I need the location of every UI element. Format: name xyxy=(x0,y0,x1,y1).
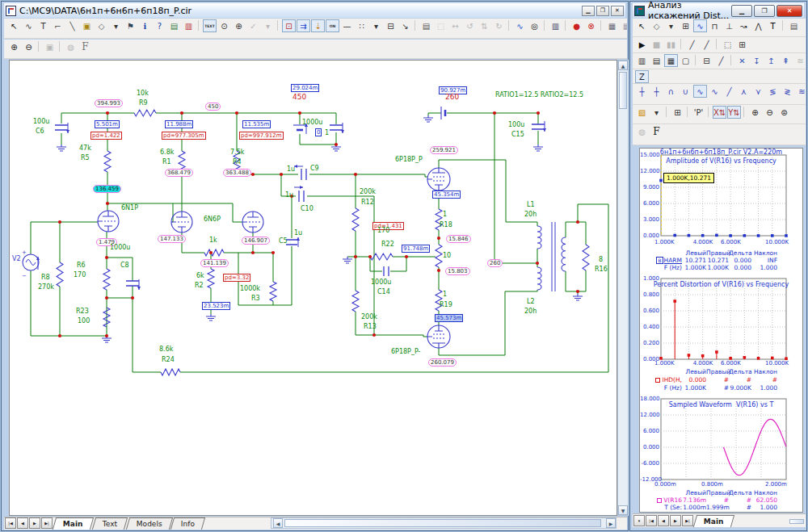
zoom-out[interactable]: ⊖ xyxy=(22,40,36,53)
run-button[interactable]: ▶ xyxy=(635,38,649,51)
envelope-icon[interactable]: ≋ xyxy=(795,85,806,98)
condition-display[interactable]: ON xyxy=(326,19,339,32)
cursor-left-icon[interactable]: ┼ xyxy=(635,85,649,98)
component-tool[interactable]: ▣ xyxy=(80,19,94,32)
cursor-mode[interactable]: ⋀ xyxy=(751,19,765,32)
zoom-box-mode[interactable]: ⊓ xyxy=(708,19,722,32)
tag-high-icon[interactable]: ↥ xyxy=(764,54,778,67)
grid-display[interactable]: ∷ xyxy=(355,19,368,32)
wave-cursor-icon[interactable]: ∿ xyxy=(693,85,707,98)
tab-main[interactable]: Main xyxy=(693,515,734,527)
tab-scroll-button[interactable]: ◀ xyxy=(17,517,28,529)
layer-front-icon[interactable]: ▦ xyxy=(605,19,619,32)
panel-vertical-icon[interactable]: ▥ xyxy=(635,54,649,67)
tab-scroll-button[interactable]: ▶| xyxy=(682,515,693,526)
line-tool[interactable]: ╱ xyxy=(685,38,699,51)
text-display-toggle[interactable]: TEXT xyxy=(203,19,217,32)
stop-button[interactable]: ■ xyxy=(650,38,663,51)
pan-mode[interactable]: ↝ xyxy=(737,19,751,32)
tab-scroll-button[interactable]: |◀ xyxy=(5,517,16,529)
tab-scroll-button[interactable]: ▾ xyxy=(633,515,645,526)
minimize-button[interactable]: ▁ xyxy=(582,6,595,16)
analysis-titlebar[interactable]: Анализ искажений Dist... ▁ ❐ ✕ xyxy=(633,3,804,18)
x-scale-icon[interactable]: X⇅ xyxy=(713,106,726,119)
pin-display[interactable]: ⊡ xyxy=(282,19,296,32)
camera-icon[interactable]: ▣ xyxy=(43,40,57,53)
maximize-button[interactable]: ❐ xyxy=(754,5,775,17)
wire-display[interactable]: — xyxy=(340,19,354,32)
current-display[interactable]: ⇉ xyxy=(297,19,310,32)
tab-scroll-button[interactable]: ▶| xyxy=(41,517,53,529)
shape-dropdown[interactable]: ▾ xyxy=(664,19,678,32)
ortho-wire-tool[interactable]: ⌐ xyxy=(51,19,65,32)
flip-horizontal[interactable]: ↔ xyxy=(448,19,462,32)
zoom-in[interactable]: ⊕ xyxy=(7,40,21,53)
font-icon[interactable]: F xyxy=(650,125,663,138)
top-icon[interactable]: ⋏ xyxy=(737,85,751,98)
palette-dropdown[interactable]: ▾ xyxy=(650,106,663,119)
vertical-scrollbar[interactable]: ▲ ▼ xyxy=(617,60,629,516)
attributes-icon[interactable]: ▤ xyxy=(419,19,433,32)
wave-icon[interactable]: ∿ xyxy=(708,85,722,98)
slope-display[interactable]: ✓ xyxy=(246,19,260,32)
shape-dropdown[interactable]: ▾ xyxy=(109,19,123,32)
tab-scroll-button[interactable]: ◀ xyxy=(658,515,669,526)
help-mode[interactable]: ? xyxy=(153,19,166,32)
scale-mode[interactable]: ⊥ xyxy=(722,19,736,32)
graph-objects-tool[interactable]: ⊞ xyxy=(679,19,692,32)
z-transform-icon[interactable]: Z xyxy=(635,70,649,83)
properties-icon[interactable]: ▤ xyxy=(787,19,801,32)
panel-single-icon[interactable]: ▢ xyxy=(679,54,692,67)
select-tool[interactable]: ↖ xyxy=(635,19,649,32)
peak-icon[interactable]: ∩ xyxy=(664,85,678,98)
error-icon[interactable]: ● xyxy=(570,19,583,32)
tab-info[interactable]: Info xyxy=(170,517,205,530)
color-window-icon[interactable]: ▥ xyxy=(182,19,196,32)
voltage-probe-icon[interactable]: ⊙ xyxy=(217,19,231,32)
wire-mode-tool[interactable]: ∿ xyxy=(22,19,36,32)
slope-cursor-icon[interactable]: ╱ xyxy=(722,85,736,98)
animate-mode[interactable]: ∿ xyxy=(513,19,527,32)
fall-icon[interactable]: ≷ xyxy=(781,85,794,98)
data-points-icon[interactable]: ⊞ xyxy=(735,38,749,51)
select-box-icon[interactable]: ⬚ xyxy=(721,38,734,51)
tab-models[interactable]: Models xyxy=(126,517,173,530)
scroll-right-icon[interactable]: ▶ xyxy=(606,518,616,528)
sphere-icon[interactable]: ◍ xyxy=(635,125,649,138)
flip-vertical[interactable]: ⇅ xyxy=(478,19,491,32)
title-block-icon[interactable]: ↘ xyxy=(398,19,412,32)
valley-icon[interactable]: ∪ xyxy=(679,85,692,98)
region-box-tool[interactable]: ⬚ xyxy=(434,19,448,32)
rotate-cw[interactable]: ↻ xyxy=(492,19,506,32)
tab-text[interactable]: Text xyxy=(91,517,128,530)
schematic-titlebar[interactable]: C:\MC9\DATA\6н1п+6н6п+6п18п_P.cir ▁ ❐ ✕ xyxy=(4,3,625,18)
slope-dropdown[interactable]: ▾ xyxy=(261,19,275,32)
info-mode[interactable]: ℹ xyxy=(138,19,152,32)
tag-delta-icon[interactable]: ⇞ xyxy=(779,54,793,67)
tab-scroll-button[interactable]: ▶ xyxy=(29,517,40,529)
panel-grid-icon[interactable]: ▦ xyxy=(664,54,678,67)
close-button[interactable]: ✕ xyxy=(611,6,624,16)
rotate-ccw[interactable]: ↺ xyxy=(463,19,477,32)
color-palette-icon[interactable]: ▧ xyxy=(635,106,649,119)
zoom-fit[interactable]: ⊜ xyxy=(777,106,791,119)
waveform-list-icon[interactable]: ≋ xyxy=(793,54,806,67)
vscroll-thumb[interactable] xyxy=(619,72,627,109)
search-icon[interactable]: ◎ xyxy=(528,19,541,32)
tab-main[interactable]: Main xyxy=(53,517,94,530)
tag-low-icon[interactable]: ↧ xyxy=(750,54,764,67)
select-mode[interactable]: ∿ xyxy=(693,19,707,32)
scroll-up-icon[interactable]: ▲ xyxy=(618,61,628,70)
zoom-out[interactable]: ⊖ xyxy=(763,106,776,119)
grid-icon[interactable]: ⊞ xyxy=(671,106,684,119)
split-window-icon[interactable]: ▤ xyxy=(167,19,181,32)
cursor-right-icon[interactable]: ┼ xyxy=(650,85,663,98)
point-tag-tool[interactable]: ╱ xyxy=(700,38,713,51)
panel-horizontal-icon[interactable]: ▤ xyxy=(650,54,663,67)
tab-scroll-button[interactable]: |◀ xyxy=(646,515,657,526)
close-button[interactable]: ✕ xyxy=(776,5,802,17)
text-tool[interactable]: T xyxy=(36,19,50,32)
window-list-icon[interactable]: ▥ xyxy=(549,19,562,32)
border-display[interactable]: ⊟ xyxy=(384,19,398,32)
maximize-button[interactable]: ❐ xyxy=(596,6,609,16)
